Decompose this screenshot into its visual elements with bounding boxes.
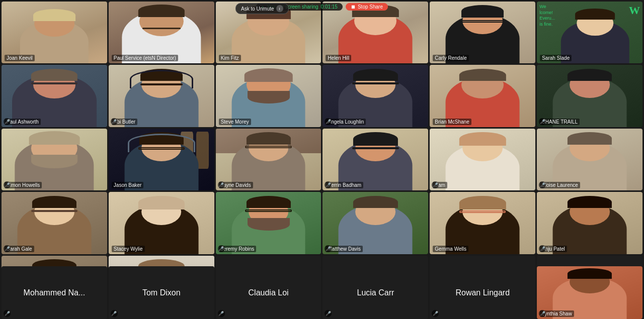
mute-icon: 🎤 — [325, 118, 332, 125]
mute-icon: 🎤 — [4, 181, 11, 188]
participant-cell: Kerrin Badham 🎤 — [323, 129, 428, 190]
participant-name-large: Mohammed Na... — [20, 284, 90, 301]
participant-name: Paul Service (etsN Director) — [112, 55, 178, 61]
mute-icon: 🎤 — [218, 310, 225, 317]
ask-unmute-label: Ask to Unmute — [241, 6, 274, 12]
mute-icon: 🎤 — [432, 310, 439, 317]
mute-icon: 🎤 — [4, 310, 11, 317]
participant-cell: Stacey Wylie — [109, 192, 214, 254]
mute-icon: 🎤 — [325, 245, 332, 252]
mute-icon: 🎤 — [539, 245, 546, 252]
mute-icon: 🎤 — [4, 245, 11, 252]
mute-icon: 🎤 — [325, 181, 332, 188]
stop-share-button[interactable]: ⏹ Stop Share — [346, 3, 388, 11]
participant-cell: Angela Loughlin 🎤 — [323, 65, 428, 127]
participant-name: Gemma Wells — [433, 246, 468, 252]
participant-name-large: Lucia Carr — [353, 284, 398, 301]
mute-icon: 🎤 — [539, 118, 546, 125]
participant-cell: Helen Hill — [323, 2, 428, 63]
mute-icon: 🎤 — [111, 118, 118, 125]
participant-cell: Jeremy Robins 🎤 — [216, 192, 321, 254]
participant-cell: cynthia Shaw 🎤 — [537, 266, 642, 319]
mute-icon: 🎤 — [218, 181, 225, 188]
participant-name: Helen Hill — [326, 55, 351, 61]
participant-name: Eloise Laurence — [540, 182, 580, 188]
participant-name: Stacey Wylie — [112, 246, 145, 252]
mute-icon: 🎤 — [539, 181, 546, 188]
mute-icon: 🎤 — [218, 245, 225, 252]
participant-name: Carly Rendale — [433, 55, 468, 61]
participant-cell: W Welcome!Everu...is fine. Sarah Slade — [537, 2, 642, 63]
stop-share-label: Stop Share — [358, 4, 383, 10]
participant-cell: Simon Howells 🎤 — [2, 129, 107, 190]
participant-cell: Joan Keevil — [2, 2, 107, 63]
participant-cell: Paul Service (etsN Director) — [109, 2, 214, 63]
participant-name: Kim Fitz — [219, 55, 241, 61]
participant-cell: SHANE TRAILL 🎤 — [537, 65, 642, 127]
participant-name-large: Rowan Lingard — [451, 284, 514, 301]
ask-unmute-button[interactable]: Ask to Unmute i — [235, 3, 289, 14]
participant-cell: Carly Rendale — [430, 2, 535, 63]
participant-cell: Mohammed Na... 🎤 — [2, 266, 107, 319]
participant-cell: Anju Patel 🎤 — [537, 192, 642, 254]
participant-cell: Rowan Lingard 🎤 — [430, 266, 535, 319]
mute-icon: 🎤 — [539, 310, 546, 317]
mute-icon: 🎤 — [111, 310, 118, 317]
video-conference-grid: ● You are screen sharing 0:01:15 ⏹ Stop … — [0, 0, 644, 319]
participant-cell: Matthew Davis 🎤 — [323, 192, 428, 254]
mute-icon: 🎤 — [325, 310, 332, 317]
participant-cell: Lucia Carr 🎤 — [323, 266, 428, 319]
timer-label: 0:01:15 — [321, 4, 338, 10]
participant-name-large: Claudia Loi — [245, 284, 293, 301]
participant-name: Joan Keevil — [5, 55, 35, 61]
participant-name: Angela Loughlin — [326, 119, 366, 125]
participant-cell: Steve Morey — [216, 65, 321, 127]
participant-cell: Eloise Laurence 🎤 — [537, 129, 642, 190]
participant-name: Steve Morey — [219, 119, 251, 125]
bottom-participant-row: Mohammed Na... 🎤 Tom Dixon 🎤 Claudia Loi… — [2, 266, 642, 319]
participant-cell: Sarah Gale 🎤 — [2, 192, 107, 254]
participant-cell: Tom Dixon 🎤 — [109, 266, 214, 319]
participant-name-large: Tom Dixon — [138, 284, 185, 301]
mute-icon: 🎤 — [432, 181, 439, 188]
participant-cell: Paul Ashworth 🎤 — [2, 65, 107, 127]
participant-cell: Sam 🎤 — [430, 129, 535, 190]
participant-name: Brian McShane — [433, 119, 471, 125]
participant-name: Sarah Slade — [540, 55, 572, 61]
participant-cell: Jason Baker — [109, 129, 214, 190]
mute-icon: 🎤 — [4, 118, 11, 125]
participant-cell: Jayne Davids 🎤 — [216, 129, 321, 190]
participant-cell: Claudia Loi 🎤 — [216, 266, 321, 319]
participant-cell: Brian McShane — [430, 65, 535, 127]
participant-cell: Abi Butler 🎤 — [109, 65, 214, 127]
participant-name: Jason Baker — [112, 182, 144, 188]
participant-cell: Gemma Wells — [430, 192, 535, 254]
